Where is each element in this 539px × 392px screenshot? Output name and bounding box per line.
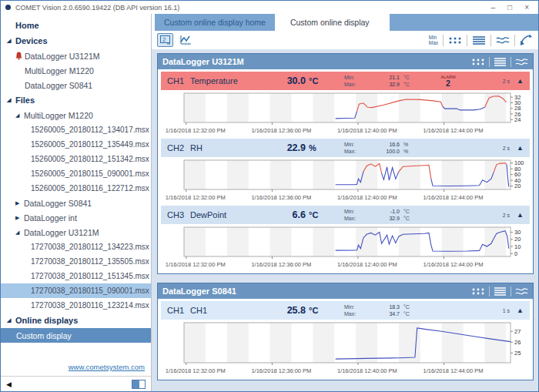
- channel-row-ch2-rh[interactable]: CH2 RH 22.9 % Min:16.6% Max:100.0% 2 s ▲: [161, 139, 530, 157]
- sidebar-item-file-selected[interactable]: 17270038_20180115_090001.msx: [1, 283, 151, 298]
- sidebar-collapse-icon[interactable]: ◀: [6, 380, 12, 388]
- sidebar-item-device-m1220[interactable]: MultiLogger M1220: [1, 63, 151, 78]
- collapse-chevron-icon[interactable]: ▲: [517, 77, 524, 85]
- sidebar-item-file[interactable]: 17270038_20180112_151345.msx: [1, 269, 151, 283]
- display-toolbar: 2 Min Max: [152, 31, 538, 49]
- curves-icon[interactable]: [515, 286, 528, 296]
- svg-text:1/16/2018 12:40:00 PM: 1/16/2018 12:40:00 PM: [337, 367, 397, 374]
- sidebar-item-file[interactable]: 17270038_20180112_135505.msx: [1, 254, 151, 269]
- sidebar-item-device-s0841[interactable]: DataLogger S0841: [1, 78, 151, 92]
- sidebar-item-custom-display[interactable]: Custom display: [1, 328, 151, 343]
- sidebar-pin-toggle[interactable]: [132, 380, 146, 389]
- tab-custom-online-display-home[interactable]: Custom online display home: [155, 14, 275, 31]
- svg-text:100: 100: [514, 159, 524, 166]
- channel-name: CH1: [190, 306, 269, 315]
- channel-name: RH: [190, 143, 269, 152]
- panel-title: DataLogger U3121M: [162, 57, 244, 66]
- close-button[interactable]: ×: [524, 4, 529, 12]
- sidebar-item-files[interactable]: ◢ Files: [1, 92, 151, 108]
- sidebar-item-file[interactable]: 15260005_20180112_134017.msx: [1, 122, 151, 137]
- grid-dots-icon[interactable]: [471, 58, 485, 65]
- sidebar-item-files-u3121m[interactable]: ◢ DataLogger U3121M: [1, 225, 151, 240]
- tab-strip-filler: [390, 14, 538, 31]
- channel-row-s0841-ch1[interactable]: CH1 CH1 25.8 °C Min:18.3°C Max:34.7°C 1 …: [161, 301, 530, 320]
- svg-text:1/16/2018 12:44:00 PM: 1/16/2018 12:44:00 PM: [424, 367, 484, 374]
- collapse-chevron-icon[interactable]: ▲: [517, 307, 524, 314]
- sidebar-item-file[interactable]: 15260005_20180112_151342.msx: [1, 152, 151, 166]
- sidebar-item-device-u3121m[interactable]: DataLogger U3121M: [1, 49, 151, 63]
- list-lines-icon[interactable]: [494, 286, 507, 296]
- pointer-tool-icon[interactable]: [520, 35, 532, 46]
- expander-icon[interactable]: ◢: [7, 317, 15, 323]
- expander-icon[interactable]: ◢: [15, 112, 24, 119]
- chart-view-button[interactable]: [177, 33, 193, 47]
- minimize-button[interactable]: –: [491, 4, 496, 12]
- channel-unit: %: [306, 143, 329, 152]
- grid-dots-icon[interactable]: [448, 36, 462, 44]
- svg-text:27: 27: [514, 328, 521, 335]
- expander-icon[interactable]: ◢: [15, 230, 24, 236]
- channel-value: 22.9: [269, 142, 306, 153]
- svg-text:1/16/2018 12:36:00 PM: 1/16/2018 12:36:00 PM: [251, 261, 311, 268]
- sample-interval: 1 s: [503, 308, 510, 313]
- tab-custom-online-display[interactable]: Custom online display: [281, 14, 379, 31]
- panel-header[interactable]: DataLogger S0841: [158, 283, 533, 299]
- sidebar-item-online-displays[interactable]: ◢ Online displays: [1, 313, 151, 328]
- channel-unit: °C: [306, 210, 329, 219]
- sidebar-item-file[interactable]: 15260005_20180115_090001.msx: [1, 166, 151, 181]
- expander-icon[interactable]: ▶: [15, 215, 24, 221]
- sidebar-item-file[interactable]: 17270038_20180116_123214.msx: [1, 298, 151, 313]
- svg-text:10: 10: [514, 243, 521, 250]
- expander-icon[interactable]: ▶: [15, 200, 24, 206]
- device-panel-u3121m: DataLogger U3121M: [157, 53, 534, 274]
- grid-dots-icon[interactable]: [471, 287, 485, 295]
- device-panel-s0841: DataLogger S0841: [157, 283, 534, 380]
- sidebar-item-file[interactable]: 15260005_20180116_122712.msx: [1, 181, 151, 196]
- svg-text:1/16/2018 12:36:00 PM: 1/16/2018 12:36:00 PM: [251, 367, 311, 374]
- maximize-button[interactable]: □: [507, 4, 512, 12]
- online-display-content: DataLogger U3121M: [152, 49, 538, 391]
- sidebar-item-files-int[interactable]: ▶ DataLogger int: [1, 210, 151, 225]
- online-display-view-button[interactable]: 2: [157, 33, 173, 47]
- navigation-sidebar: Home ◢ Devices DataLogger U3121M MultiLo…: [1, 14, 152, 391]
- channel-name: Temperature: [190, 76, 269, 85]
- channel-row-ch3-dewpoint[interactable]: CH3 DewPoint 6.6 °C Min:-1.0°C Max:32.9°…: [161, 206, 530, 224]
- svg-text:1/16/2018 12:40:00 PM: 1/16/2018 12:40:00 PM: [337, 127, 397, 134]
- svg-text:1/16/2018 12:32:00 PM: 1/16/2018 12:32:00 PM: [166, 194, 226, 201]
- sidebar-item-home[interactable]: Home: [1, 18, 151, 33]
- curves-icon[interactable]: [496, 35, 510, 45]
- svg-text:1/16/2018 12:36:00 PM: 1/16/2018 12:36:00 PM: [251, 127, 311, 134]
- channel-id: CH2: [167, 143, 190, 152]
- channel-name: DewPoint: [190, 210, 269, 219]
- min-max-toggle[interactable]: Min Max: [429, 35, 438, 45]
- list-lines-icon[interactable]: [472, 35, 486, 45]
- channel-value: 6.6: [269, 209, 306, 220]
- sidebar-item-devices[interactable]: ◢ Devices: [1, 33, 151, 49]
- svg-text:1/16/2018 12:40:00 PM: 1/16/2018 12:40:00 PM: [337, 261, 397, 268]
- min-max-block: Min:-1.0°C Max:32.9°C: [344, 208, 418, 222]
- curves-icon[interactable]: [515, 57, 528, 66]
- collapse-chevron-icon[interactable]: ▲: [517, 144, 524, 152]
- min-max-block: Min:21.1°C Max:32.9°C: [344, 74, 418, 88]
- cometsystem-link[interactable]: www.cometsystem.com: [69, 363, 145, 371]
- list-lines-icon[interactable]: [494, 57, 507, 66]
- sidebar-item-file[interactable]: 17270038_20180112_134223.msx: [1, 240, 151, 254]
- sidebar-item-file[interactable]: 15260005_20180112_135449.msx: [1, 137, 151, 152]
- svg-text:1/16/2018 12:44:00 PM: 1/16/2018 12:44:00 PM: [424, 194, 484, 201]
- svg-text:1/16/2018 12:40:00 PM: 1/16/2018 12:40:00 PM: [337, 194, 397, 201]
- expander-icon[interactable]: ◢: [7, 97, 15, 103]
- svg-text:25: 25: [514, 350, 521, 357]
- min-max-block: Min:18.3°C Max:34.7°C: [344, 303, 418, 317]
- expander-icon[interactable]: ◢: [7, 38, 15, 44]
- sidebar-item-files-s0841[interactable]: ▶ DataLogger S0841: [1, 196, 151, 210]
- chart-ch3-dewpoint: 01020301/16/2018 12:32:00 PM1/16/2018 12…: [161, 226, 530, 270]
- channel-value: 25.8: [269, 305, 306, 316]
- sample-interval: 2 s: [503, 79, 510, 84]
- sidebar-item-files-m1220[interactable]: ◢ MultiLogger M1220: [1, 108, 151, 122]
- svg-text:0: 0: [514, 250, 517, 257]
- collapse-chevron-icon[interactable]: ▲: [517, 211, 524, 219]
- channel-row-ch1-temperature[interactable]: CH1 Temperature 30.0 °C Min:21.1°C Max:3…: [161, 72, 530, 90]
- sample-interval: 2 s: [503, 146, 510, 151]
- panel-header[interactable]: DataLogger U3121M: [158, 54, 533, 69]
- svg-text:1/16/2018 12:44:00 PM: 1/16/2018 12:44:00 PM: [424, 261, 484, 268]
